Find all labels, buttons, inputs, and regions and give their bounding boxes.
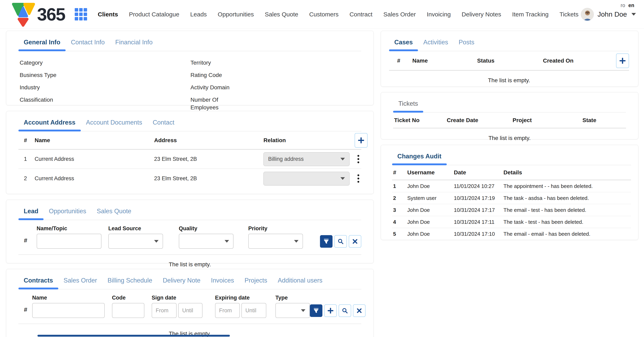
horizontal-scrollbar[interactable] — [38, 335, 230, 336]
search-button[interactable] — [334, 235, 347, 248]
tab-financial-info[interactable]: Financial Info — [110, 36, 158, 51]
tab-additional-users[interactable]: Additional users — [272, 274, 328, 289]
tab-lead[interactable]: Lead — [18, 205, 44, 220]
user-menu[interactable]: John Doe — [581, 8, 636, 21]
row-address: 23 Elm Street, 2B — [154, 176, 264, 182]
row-username: John Doe — [407, 207, 454, 213]
filter-button[interactable] — [320, 235, 332, 248]
general-info-tabs: General Info Contact Info Financial Info — [18, 31, 361, 51]
lang-en[interactable]: en — [628, 2, 634, 8]
top-bar: 365 Clients Product Catalogue Leads Oppo… — [0, 0, 644, 29]
tab-tickets[interactable]: Tickets — [393, 97, 423, 112]
tab-account-documents[interactable]: Account Documents — [81, 116, 148, 131]
tab-delivery-note[interactable]: Delivery Note — [158, 274, 206, 289]
chevron-down-icon — [154, 240, 158, 242]
changes-audit-header-row: # Username Date Details — [392, 165, 631, 180]
nav-sales-quote[interactable]: Sales Quote — [265, 11, 298, 18]
col-date: Date — [454, 169, 504, 176]
priority-select[interactable] — [248, 234, 303, 249]
apps-grid-icon[interactable] — [75, 8, 87, 21]
tab-opportunities[interactable]: Opportunities — [44, 205, 91, 220]
add-address-button[interactable] — [354, 133, 368, 148]
nav-invoicing[interactable]: Invoicing — [427, 11, 450, 18]
row-address: 23 Elm Street, 2B — [154, 156, 264, 162]
empty-list-message: The list is empty. — [389, 71, 629, 91]
row-menu-kebab-icon[interactable] — [356, 172, 361, 185]
chevron-down-icon — [294, 240, 298, 242]
nav-sales-order[interactable]: Sales Order — [383, 11, 416, 18]
chevron-down-icon — [224, 240, 229, 242]
row-num: 3 — [393, 207, 407, 213]
tickets-header-row: Ticket No Create Date Project State — [393, 112, 626, 128]
col-hash: # — [24, 237, 27, 244]
nav-leads[interactable]: Leads — [190, 11, 207, 18]
row-name: Current Address — [35, 156, 154, 162]
nav-item-tracking[interactable]: Item Tracking — [512, 11, 548, 18]
search-button[interactable] — [338, 304, 351, 317]
nav-tickets[interactable]: Tickets — [560, 11, 578, 18]
row-num: 2 — [393, 195, 407, 201]
tab-activities[interactable]: Activities — [418, 36, 453, 51]
tab-invoices[interactable]: Invoices — [206, 274, 239, 289]
general-info-fields: Category Business Type Industry Classifi… — [18, 51, 361, 114]
sign-date-until-input[interactable] — [178, 303, 202, 318]
sign-date-from-input[interactable] — [152, 303, 176, 318]
tab-contact[interactable]: Contact — [148, 116, 180, 131]
right-column: Cases Activities Posts # Name Status Cre… — [381, 31, 638, 240]
add-contract-button[interactable] — [324, 304, 337, 317]
contract-code-input[interactable] — [112, 303, 144, 318]
field-label-industry: Industry — [20, 81, 190, 94]
row-username: System user — [407, 195, 454, 201]
tab-posts[interactable]: Posts — [454, 36, 480, 51]
add-case-button[interactable] — [616, 54, 629, 68]
tab-cases[interactable]: Cases — [389, 36, 418, 51]
field-label-territory: Territory — [190, 56, 362, 69]
contract-name-input[interactable] — [32, 303, 105, 318]
field-label-number-of-employees: Number Of Employees — [190, 94, 241, 112]
row-date: 10/31/2024 17:17 — [454, 207, 504, 213]
tab-contracts[interactable]: Contracts — [18, 274, 58, 289]
expiring-date-until-input[interactable] — [242, 303, 266, 318]
nav-clients[interactable]: Clients — [98, 11, 118, 18]
clear-filter-button[interactable] — [349, 235, 361, 248]
tab-account-address[interactable]: Account Address — [18, 116, 81, 131]
contract-type-select[interactable] — [276, 303, 310, 318]
tab-sales-order[interactable]: Sales Order — [58, 274, 102, 289]
nav-contract[interactable]: Contract — [350, 11, 372, 18]
quality-select[interactable] — [179, 234, 234, 249]
tab-changes-audit[interactable]: Changes Audit — [392, 150, 447, 165]
lead-tabs: Lead Opportunities Sales Quote — [18, 200, 361, 220]
nav-delivery-notes[interactable]: Delivery Notes — [462, 11, 501, 18]
name-topic-input[interactable] — [37, 234, 102, 249]
nav-product-catalogue[interactable]: Product Catalogue — [129, 11, 180, 18]
col-hash: # — [389, 58, 412, 64]
row-menu-kebab-icon[interactable] — [356, 153, 361, 165]
chevron-down-icon — [340, 177, 345, 180]
lang-ro[interactable]: ro — [621, 2, 625, 8]
expiring-date-from-input[interactable] — [215, 303, 240, 318]
relation-select[interactable] — [264, 172, 350, 186]
tab-contact-info[interactable]: Contact Info — [66, 36, 110, 51]
relation-select[interactable]: Billing address — [264, 152, 350, 166]
changes-audit-tabs: Changes Audit — [392, 145, 631, 165]
filter-label-priority: Priority — [248, 226, 303, 232]
tab-general-info[interactable]: General Info — [18, 36, 66, 51]
filter-label-lead-source: Lead Source — [108, 226, 163, 232]
tab-projects[interactable]: Projects — [239, 274, 272, 289]
nav-customers[interactable]: Customers — [309, 11, 338, 18]
row-num: 2 — [18, 176, 35, 182]
language-switcher: ro en — [621, 2, 634, 8]
left-column: General Info Contact Info Financial Info… — [6, 31, 374, 337]
col-created-on: Created On — [543, 58, 611, 64]
contracts-filter-row: # Name Code Sign date Expiring date — [18, 290, 361, 324]
row-date: 10/31/2024 17:11 — [454, 219, 504, 225]
lead-card: Lead Opportunities Sales Quote # Name/To… — [6, 200, 374, 263]
tab-billing-schedule[interactable]: Billing Schedule — [102, 274, 158, 289]
col-create-date: Create Date — [447, 117, 512, 124]
col-project: Project — [512, 117, 582, 124]
tab-sales-quote[interactable]: Sales Quote — [92, 205, 137, 220]
lead-source-select[interactable] — [108, 234, 163, 249]
filter-button[interactable] — [310, 304, 322, 317]
clear-filter-button[interactable] — [353, 304, 366, 317]
nav-opportunities[interactable]: Opportunities — [218, 11, 254, 18]
